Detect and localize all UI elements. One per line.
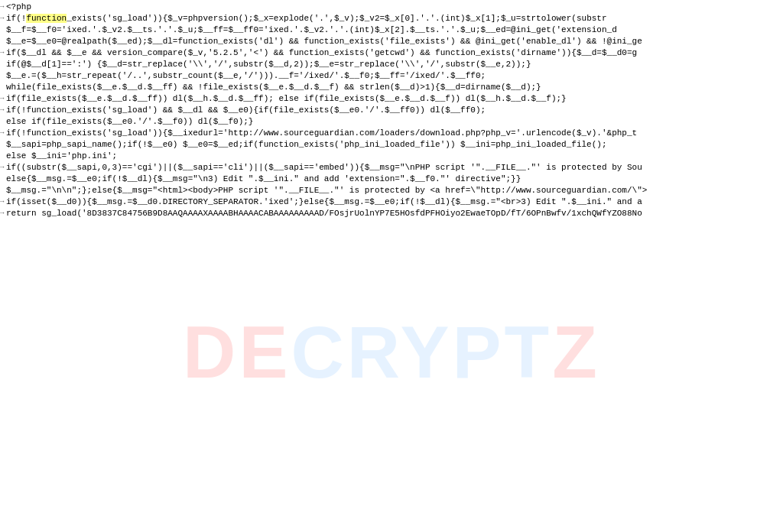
line-text: $__e.=($__h=str_repeat('/..',substr_coun… [6,71,486,80]
line-arrow-marker: → [0,93,6,105]
line-text: if(file_exists($__e.$__d.$__ff)) dl($__h… [6,94,567,103]
code-line: →if(!function_exists('sg_load')){$__ixed… [0,128,783,139]
line-text: $__e=$__e0=@realpath($__ed);$__dl=functi… [6,37,642,46]
line-arrow-marker: → [0,208,6,219]
line-arrow-marker: → [0,2,6,13]
code-line: else if(file_exists($__e0.'/'.$__f0)) dl… [0,116,783,128]
line-text: <?php [6,2,31,11]
code-line: $__e.=($__h=str_repeat('/..',substr_coun… [0,70,783,82]
watermark-text: DECRYPTZ [183,310,600,394]
line-arrow-marker: → [0,128,6,139]
line-text: if(@$__d[1]==':') {$__d=str_replace('\\'… [6,60,531,69]
code-line: →if(isset($__d0)){$__msg.=$__d0.DIRECTOR… [0,196,783,208]
code-line: if(@$__d[1]==':') {$__d=str_replace('\\'… [0,59,783,70]
code-line: →if(file_exists($__e.$__d.$__ff)) dl($__… [0,93,783,105]
code-line: $__f=$__f0='ixed.'.$_v2.$__ts.'.'.$_u;$_… [0,24,783,36]
line-text: if($__dl && $__e && version_compare($_v,… [6,48,637,57]
code-line: $__msg.="\n\n";};else{$__msg="<html><bod… [0,185,783,196]
code-line: →if($__dl && $__e && version_compare($_v… [0,47,783,59]
line-text: if((substr($__sapi,0,3)=='cgi')||($__sap… [6,163,642,172]
code-line: else{$__msg.=$__e0;if(!$__dl){$__msg="\n… [0,174,783,185]
code-line: →if(!function_exists('sg_load')){$_v=php… [0,13,783,24]
watermark: DECRYPTZ [0,310,783,394]
line-text: if(isset($__d0)){$__msg.=$__d0.DIRECTORY… [6,197,642,206]
code-line: $__e=$__e0=@realpath($__ed);$__dl=functi… [0,36,783,47]
line-arrow-marker: → [0,105,6,116]
code-container: →<?php→if(!function_exists('sg_load')){$… [0,0,783,532]
line-text: else{$__msg.=$__e0;if(!$__dl){$__msg="\n… [6,174,521,183]
line-text: if(!function_exists('sg_load')){$__ixedu… [6,128,637,138]
code-block: →<?php→if(!function_exists('sg_load')){$… [0,0,783,221]
line-text: if(!function_exists('sg_load')){$_v=phpv… [6,14,607,23]
code-line: $__sapi=php_sapi_name();if(!$__e0) $__e0… [0,139,783,151]
line-text: $__sapi=php_sapi_name();if(!$__e0) $__e0… [6,140,607,149]
line-arrow-marker: → [0,162,6,174]
watermark-crypt: CRYPT [291,311,552,393]
watermark-de: DE [183,311,291,393]
watermark-z: Z [552,311,600,393]
line-text: $__msg.="\n\n";};else{$__msg="<html><bod… [6,186,647,195]
line-text: return sg_load('8D3837C84756B9D8AAQAAAAX… [6,209,642,218]
line-text: else if(file_exists($__e0.'/'.$__f0)) dl… [6,117,253,126]
line-arrow-marker: → [0,47,6,59]
code-line: →<?php [0,2,783,13]
code-line: →return sg_load('8D3837C84756B9D8AAQAAAA… [0,208,783,219]
code-line: while(file_exists($__e.$__d.$__ff) && !f… [0,82,783,93]
line-text: else $__ini='php.ini'; [6,151,117,161]
line-text: while(file_exists($__e.$__d.$__ff) && !f… [6,83,541,92]
line-text: if(!function_exists('sg_load') && $__dl … [6,105,486,115]
line-arrow-marker: → [0,13,6,24]
line-text: $__f=$__f0='ixed.'.$_v2.$__ts.'.'.$_u;$_… [6,25,617,34]
code-line: →if((substr($__sapi,0,3)=='cgi')||($__sa… [0,162,783,174]
code-line: else $__ini='php.ini'; [0,151,783,162]
code-line: →if(!function_exists('sg_load') && $__dl… [0,105,783,116]
line-arrow-marker: → [0,196,6,208]
